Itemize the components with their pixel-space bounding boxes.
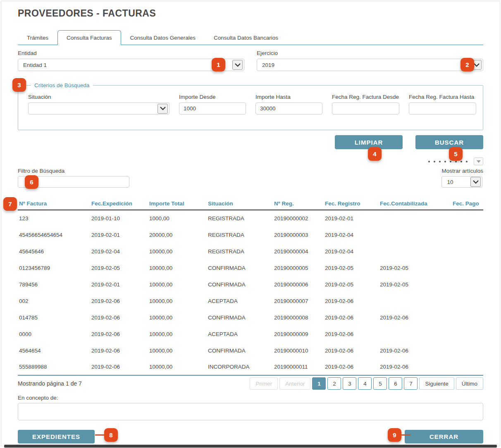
criterios-busqueda-legend: Criterios de Búsqueda	[31, 82, 93, 88]
table-row[interactable]: 00002019-02-0610000,00ACEPTADA2019000000…	[18, 326, 483, 342]
table-cell: CONFIRMADA	[207, 260, 273, 276]
table-cell: 20190000008	[273, 309, 324, 326]
table-cell: 555889988	[18, 359, 90, 375]
fecha-reg-hasta-label: Fecha Reg. Factura Hasta	[409, 94, 476, 100]
pagination-status: Mostrando página 1 de 7	[18, 380, 82, 387]
table-header-row: Nº Factura Fec.Expedición Importe Total …	[18, 198, 483, 210]
table-cell: 20190000011	[273, 359, 324, 375]
table-cell: 2019-02-04	[324, 243, 379, 260]
page-button-6[interactable]: 6	[389, 377, 402, 390]
tab-tramites[interactable]: Trámites	[18, 30, 57, 45]
table-row[interactable]: 45646542019-02-0610000,00CONFIRMADA20190…	[18, 342, 483, 359]
table-cell: 20190000010	[273, 342, 324, 359]
table-cell: 1000,00	[148, 210, 207, 226]
tab-consulta-datos-generales[interactable]: Consulta Datos Generales	[121, 30, 205, 45]
facturas-table: Nº Factura Fec.Expedición Importe Total …	[18, 198, 483, 376]
page-button-primer: Primer	[250, 377, 278, 390]
table-cell	[451, 309, 483, 326]
table-cell: 2019-02-06	[379, 309, 451, 326]
table-cell	[379, 210, 451, 226]
table-cell: 123	[18, 210, 90, 226]
table-cell: 2019-02-06	[379, 342, 451, 359]
table-cell: INCORPORADA	[207, 359, 273, 375]
dots-icon	[428, 161, 468, 162]
table-cell: 2019-02-06	[324, 326, 379, 342]
table-cell: CONFIRMADA	[207, 276, 273, 293]
table-cell	[379, 293, 451, 309]
chevron-down-icon	[470, 177, 481, 187]
page-button-3[interactable]: 3	[343, 377, 356, 390]
page-button-último[interactable]: Último	[456, 377, 483, 390]
triangle-down-icon	[477, 160, 481, 163]
table-cell: 0123456789	[18, 260, 90, 276]
table-row[interactable]: 1232019-01-101000,00REGISTRADA2019000000…	[18, 210, 483, 226]
table-row[interactable]: 0147852019-02-0610000,00CONFIRMADA201900…	[18, 309, 483, 326]
mostrar-articulos-value: 10	[447, 179, 470, 185]
entidad-select[interactable]: Entidad 1	[18, 59, 244, 71]
ejercicio-select-value: 2019	[262, 62, 471, 68]
cerrar-button[interactable]: CERRAR	[405, 430, 483, 443]
table-cell: CONFIRMADA	[207, 342, 273, 359]
table-cell: CONFIRMADA	[207, 309, 273, 326]
page-button-anterior: Anterior	[279, 377, 310, 390]
table-cell: 2019-02-01	[90, 226, 148, 243]
table-cell: 2019-01-10	[90, 210, 148, 226]
table-cell: 10000,00	[148, 243, 207, 260]
table-cell: 45645646	[18, 243, 90, 260]
expedientes-button[interactable]: EXPEDIENTES	[18, 430, 95, 443]
table-cell: 20190000004	[273, 243, 324, 260]
limpiar-button[interactable]: LIMPIAR	[335, 135, 403, 149]
fecha-reg-desde-input[interactable]	[332, 102, 399, 114]
table-cell: 20190000005	[273, 260, 324, 276]
filtro-busqueda-input[interactable]	[18, 176, 129, 188]
table-cell: 2019-02-05	[324, 260, 379, 276]
importe-desde-input[interactable]	[179, 102, 246, 114]
table-cell: 2019-02-06	[90, 359, 148, 375]
page-button-1[interactable]: 1	[312, 377, 326, 390]
page-button-7[interactable]: 7	[404, 377, 418, 390]
col-fec-expedicion: Fec.Expedición	[90, 198, 148, 210]
table-cell: 0000	[18, 326, 90, 342]
expander-dropdown-button[interactable]	[474, 157, 483, 165]
table-cell	[451, 276, 483, 293]
situacion-select[interactable]	[28, 102, 169, 114]
table-cell: 2019-02-06	[324, 309, 379, 326]
page-button-siguiente[interactable]: Siguiente	[419, 377, 454, 390]
col-fec-pago: Fec. Pago	[451, 198, 483, 210]
table-cell: REGISTRADA	[207, 243, 273, 260]
fecha-reg-hasta-input[interactable]	[409, 102, 476, 114]
table-row[interactable]: 454566546546542019-02-0120000,00REGISTRA…	[18, 226, 483, 243]
importe-hasta-input[interactable]	[255, 102, 322, 114]
table-cell: 2019-02-01	[324, 210, 379, 226]
table-cell: 20190000003	[273, 226, 324, 243]
table-cell: 2019-02-05	[379, 276, 451, 293]
table-row[interactable]: 01234567892019-02-0510000,00CONFIRMADA20…	[18, 260, 483, 276]
table-cell: 10000,00	[148, 276, 207, 293]
table-row[interactable]: 5558899882019-02-0610000,00INCORPORADA20…	[18, 359, 483, 375]
page-button-4[interactable]: 4	[358, 377, 372, 390]
ejercicio-select[interactable]: 2019	[257, 59, 483, 71]
situacion-label: Situación	[28, 94, 169, 100]
table-row[interactable]: 7894562019-02-0110000,00CONFIRMADA201900…	[18, 276, 483, 293]
buscar-button[interactable]: BUSCAR	[415, 135, 483, 149]
en-concepto-de-label: En concepto de:	[18, 395, 483, 401]
table-cell: 20190000002	[273, 210, 324, 226]
tab-consulta-datos-bancarios[interactable]: Consulta Datos Bancarios	[205, 30, 287, 45]
table-cell	[379, 226, 451, 243]
tab-consulta-facturas[interactable]: Consulta Facturas	[57, 30, 121, 45]
page-button-2[interactable]: 2	[327, 377, 341, 390]
page-button-5[interactable]: 5	[373, 377, 387, 390]
table-cell	[451, 226, 483, 243]
table-row[interactable]: 0022019-02-0610000,00ACEPTADA20190000007…	[18, 293, 483, 309]
table-cell	[451, 359, 483, 375]
table-cell: 2019-02-04	[90, 243, 148, 260]
table-row[interactable]: 456456462019-02-0410000,00REGISTRADA2019…	[18, 243, 483, 260]
table-cell: REGISTRADA	[207, 226, 273, 243]
col-fec-registro: Fec. Registro	[324, 198, 379, 210]
criterios-busqueda-fieldset: Criterios de Búsqueda Situación Importe …	[18, 82, 483, 130]
table-cell	[379, 326, 451, 342]
importe-hasta-label: Importe Hasta	[255, 94, 322, 100]
col-situacion: Situación	[207, 198, 273, 210]
mostrar-articulos-select[interactable]: 10	[441, 176, 482, 188]
concepto-textarea[interactable]	[18, 403, 483, 420]
